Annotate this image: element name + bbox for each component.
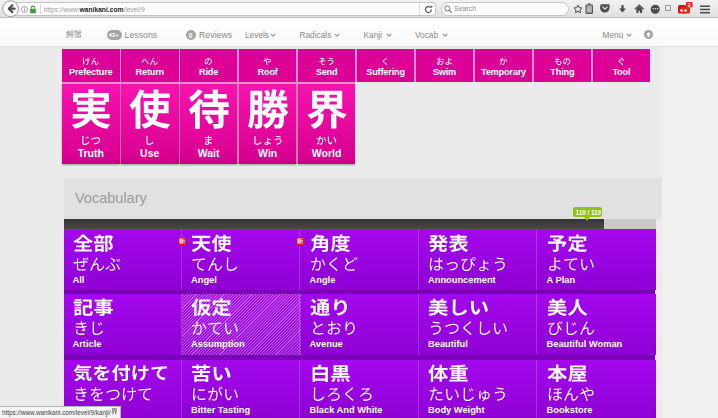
svg-text:2: 2 bbox=[688, 2, 691, 8]
